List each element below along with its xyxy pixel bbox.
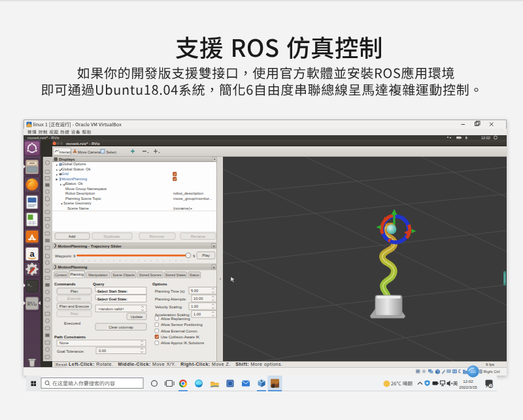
svg-text:>_: >_: [27, 283, 33, 287]
svg-text:Allow Replanning: Allow Replanning: [161, 317, 190, 321]
svg-text:Select Start State:: Select Start State:: [97, 289, 127, 293]
svg-text:Remove: Remove: [150, 234, 165, 238]
svg-text:Plan and Execute: Plan and Execute: [59, 304, 89, 308]
svg-text:moveit.rviz* - RViz: moveit.rviz* - RViz: [27, 136, 59, 140]
svg-text:Scene Objects: Scene Objects: [112, 273, 135, 277]
svg-text:Stop: Stop: [71, 312, 78, 315]
svg-text:robot_description: robot_description: [173, 191, 203, 195]
svg-text:Duplicate: Duplicate: [103, 234, 120, 238]
svg-text:MotionPlanning - Trajectory Sl: MotionPlanning - Trajectory Slider: [58, 244, 122, 248]
svg-text:Executed: Executed: [64, 321, 80, 325]
svg-text:None: None: [59, 341, 69, 345]
svg-text:Commands: Commands: [54, 282, 76, 286]
svg-text:Select: Select: [107, 150, 117, 154]
svg-text:Planning Scene Topic: Planning Scene Topic: [65, 197, 101, 201]
svg-text:Global Options: Global Options: [61, 162, 86, 166]
svg-text:Velocity Scaling:: Velocity Scaling:: [155, 305, 183, 309]
svg-text:MotionPlanning: MotionPlanning: [61, 177, 87, 181]
svg-text:Acceleration Scaling:: Acceleration Scaling:: [155, 313, 191, 317]
svg-text:Update: Update: [131, 315, 143, 319]
svg-text:Move Group Namespace: Move Group Namespace: [65, 187, 107, 191]
svg-text:<random valid>: <random valid>: [98, 307, 125, 311]
svg-text:101: 101: [470, 370, 476, 374]
svg-text:Planning Time (s):: Planning Time (s):: [155, 289, 186, 293]
svg-text:9: 9: [193, 254, 195, 258]
svg-text:Query: Query: [93, 282, 105, 286]
svg-text:Options: Options: [152, 282, 167, 286]
svg-text:move_group/monitor...: move_group/monitor...: [173, 197, 212, 201]
svg-text:Path Constraints: Path Constraints: [54, 335, 86, 339]
svg-text:MotionPlanning: MotionPlanning: [58, 265, 88, 269]
svg-text:Context: Context: [55, 273, 67, 277]
svg-text:Grid: Grid: [61, 172, 69, 176]
svg-text:RViz: RViz: [27, 301, 37, 307]
svg-text:Add: Add: [69, 234, 76, 238]
svg-text:Use Collision-Aware IK: Use Collision-Aware IK: [161, 335, 199, 339]
svg-text:Rename: Rename: [191, 234, 206, 238]
svg-text:Move Camera: Move Camera: [78, 150, 101, 154]
svg-text:5.00: 5.00: [191, 289, 198, 293]
svg-text:Stored States: Stored States: [165, 273, 186, 277]
svg-text:Scene Name: Scene Name: [67, 206, 89, 210]
svg-text:Scene Geometry: Scene Geometry: [63, 201, 92, 205]
svg-text:Stored Scenes: Stored Scenes: [139, 273, 161, 277]
svg-text:a: a: [29, 249, 35, 259]
svg-text:(noname)+: (noname)+: [173, 206, 193, 210]
svg-text:Status: Status: [190, 273, 199, 277]
svg-text:12:02: 12:02: [481, 136, 490, 140]
svg-text:moveit.rviz* - RViz: moveit.rviz* - RViz: [66, 142, 100, 146]
svg-text:0.00: 0.00: [99, 349, 106, 353]
svg-text:Allow Approx IK Solutions: Allow Approx IK Solutions: [161, 341, 204, 345]
svg-text:Clear octomap: Clear octomap: [109, 325, 133, 329]
svg-text:Plan: Plan: [71, 289, 78, 293]
svg-text:Status: Ok: Status: Ok: [65, 182, 83, 186]
svg-text:1.00: 1.00: [191, 304, 198, 308]
svg-text:Planning: Planning: [71, 272, 84, 276]
svg-text:10.00: 10.00: [194, 297, 203, 300]
svg-text:Interact: Interact: [59, 150, 72, 154]
svg-text:Select Goal State:: Select Goal State:: [97, 297, 127, 301]
svg-text:Allow Sensor Positioning: Allow Sensor Positioning: [161, 323, 203, 327]
svg-text:Manipulation: Manipulation: [88, 273, 108, 277]
svg-text:Execute: Execute: [67, 297, 81, 300]
svg-text:Goal Tolerance:: Goal Tolerance:: [57, 349, 84, 353]
svg-text:Planning Attempts:: Planning Attempts:: [155, 297, 187, 301]
svg-text:Allow External Comm.: Allow External Comm.: [161, 329, 198, 333]
svg-text:Play: Play: [202, 253, 210, 257]
svg-text:1.00: 1.00: [194, 312, 201, 316]
svg-text:Global Status: Ok: Global Status: Ok: [61, 167, 91, 171]
svg-text:Robot Description: Robot Description: [65, 191, 95, 195]
svg-text:Waypoint: 9: Waypoint: 9: [55, 254, 76, 258]
